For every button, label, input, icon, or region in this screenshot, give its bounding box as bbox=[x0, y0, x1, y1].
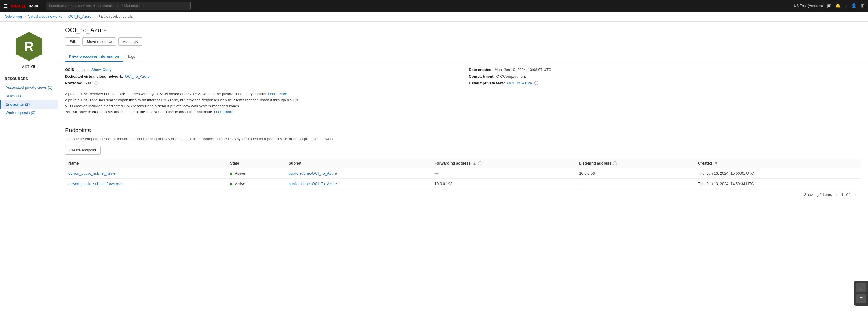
row2-listening-value: — bbox=[579, 182, 583, 186]
help-icon[interactable]: ? bbox=[845, 3, 847, 8]
resources-section-title: Resources bbox=[0, 74, 58, 83]
protected-value: Yes bbox=[85, 81, 91, 85]
tab-tags[interactable]: Tags bbox=[123, 52, 139, 61]
search-bar-container bbox=[45, 2, 191, 10]
next-page-button[interactable]: › bbox=[854, 192, 858, 197]
ocid-label: OCID: bbox=[65, 68, 76, 72]
row2-state-text: Active bbox=[235, 182, 245, 186]
col-state: State bbox=[226, 159, 285, 168]
float-list-button[interactable]: ☰ bbox=[857, 294, 866, 303]
region-selector[interactable]: US East (Ashburn) bbox=[794, 4, 823, 8]
bell-icon[interactable]: 🔔 bbox=[835, 3, 841, 8]
learn-more-1-link[interactable]: Learn more bbox=[268, 92, 287, 96]
page-label: 1 of 1 bbox=[841, 192, 851, 197]
sidebar-item-associated-private-views[interactable]: Associated private views (1) bbox=[0, 83, 58, 92]
sidebar-item-rules[interactable]: Rules (1) bbox=[0, 92, 58, 100]
breadcrumb-current: Private resolver details bbox=[97, 14, 132, 19]
breadcrumb-sep-1: » bbox=[24, 14, 26, 19]
tab-private-resolver-information[interactable]: Private resolver information bbox=[65, 52, 123, 61]
info-column-right: Date created: Mon, Jun 10, 2024, 13:08:0… bbox=[469, 68, 861, 88]
breadcrumb-sep-3: » bbox=[93, 14, 95, 19]
default-private-view-link[interactable]: OCI_To_Azure bbox=[507, 81, 532, 85]
desc3-text: VCN creation includes a dedicated DNS re… bbox=[65, 104, 240, 108]
protected-info-icon[interactable]: i bbox=[94, 81, 98, 85]
row1-state-text: Active bbox=[235, 171, 245, 176]
prev-page-button[interactable]: ‹ bbox=[835, 192, 838, 197]
date-created-label: Date created: bbox=[469, 68, 493, 72]
dedicated-vcn-link[interactable]: OCI_To_Azure bbox=[125, 74, 150, 79]
dedicated-vcn-row: Dedicated virtual cloud network: OCI_To_… bbox=[65, 74, 457, 79]
endpoints-section: Endpoints The private endpoints used for… bbox=[58, 121, 868, 206]
compartment-row: Compartment: OICCompartment bbox=[469, 74, 861, 79]
row2-forwarding: 10.0.0.198 bbox=[431, 179, 576, 189]
desc1-text: A private DNS resolver handles DNS queri… bbox=[65, 92, 267, 96]
row1-subnet: public subnet-OCI_To_Azure bbox=[285, 168, 431, 179]
nav-right: US East (Ashburn) ▣ 🔔 ? 👤 ⊞ bbox=[794, 3, 865, 8]
add-tags-button[interactable]: Add tags bbox=[118, 37, 142, 46]
row1-status-dot bbox=[230, 173, 232, 175]
top-navigation: ☰ ORACLE Cloud US East (Ashburn) ▣ 🔔 ? 👤… bbox=[0, 0, 868, 11]
search-input[interactable] bbox=[45, 2, 191, 10]
row1-forwarding-value: — bbox=[435, 171, 438, 176]
protected-label: Protected: bbox=[65, 81, 84, 85]
endpoints-description: The private endpoints used for forwardin… bbox=[65, 136, 861, 142]
forwarding-sort-icon: ▲ bbox=[473, 161, 477, 166]
row1-created: Thu, Jun 13, 2024, 15:00:01 UTC bbox=[694, 168, 861, 179]
create-endpoint-button[interactable]: Create endpoint bbox=[65, 146, 101, 155]
forwarding-info-icon[interactable]: i bbox=[478, 161, 482, 166]
profile-icon[interactable]: 👤 bbox=[851, 3, 857, 8]
breadcrumb-vcn[interactable]: Virtual cloud networks bbox=[28, 14, 62, 19]
table-row: ocivcn_public_subnet_listner Active publ… bbox=[65, 168, 861, 179]
ocid-value: ...zjttug bbox=[78, 68, 90, 72]
row1-listening: 10.0.0.58 bbox=[576, 168, 694, 179]
desc2-text: A private DNS zone has similar capabilit… bbox=[65, 98, 299, 102]
row2-state: Active bbox=[226, 179, 285, 189]
created-sort-icon: ▼ bbox=[714, 161, 718, 166]
row1-name-link[interactable]: ocivcn_public_subnet_listner bbox=[68, 171, 117, 176]
default-private-view-info-icon[interactable]: i bbox=[534, 81, 538, 85]
default-private-view-row: Default private view: OCI_To_Azure i bbox=[469, 81, 861, 85]
hex-icon: R bbox=[13, 30, 45, 62]
row2-name: ocivcn_public_subnet_forwarder bbox=[65, 179, 226, 189]
listening-info-icon[interactable]: i bbox=[613, 161, 617, 166]
breadcrumb: Networking » Virtual cloud networks » OC… bbox=[0, 11, 868, 22]
col-subnet: Subnet bbox=[285, 159, 431, 168]
sidebar: R ACTIVE Resources Associated private vi… bbox=[0, 22, 58, 329]
show-ocid-button[interactable]: Show bbox=[91, 68, 101, 72]
sidebar-status: ACTIVE bbox=[22, 65, 35, 68]
main-content: OCI_To_Azure Edit Move resource Add tags… bbox=[58, 22, 868, 329]
copy-ocid-button[interactable]: Copy bbox=[102, 68, 111, 72]
action-buttons: Edit Move resource Add tags bbox=[65, 37, 861, 46]
grid-icon[interactable]: ⊞ bbox=[861, 3, 865, 8]
compartment-label: Compartment: bbox=[469, 74, 495, 79]
float-grid-button[interactable]: ⊞ bbox=[857, 283, 866, 293]
edit-button[interactable]: Edit bbox=[65, 37, 80, 46]
sidebar-logo-area: R ACTIVE bbox=[0, 28, 58, 74]
col-forwarding-address[interactable]: Forwarding address ▲ i bbox=[431, 159, 576, 168]
showing-items-text: Showing 2 items bbox=[804, 192, 832, 197]
col-created: Created ▼ bbox=[694, 159, 861, 168]
hamburger-icon[interactable]: ☰ bbox=[3, 3, 7, 9]
row2-subnet-link[interactable]: public subnet-OCI_To_Azure bbox=[289, 182, 337, 186]
sidebar-item-work-requests[interactable]: Work requests (0) bbox=[0, 109, 58, 117]
info-grid: OCID: ...zjttug Show Copy Dedicated virt… bbox=[65, 68, 861, 88]
move-resource-button[interactable]: Move resource bbox=[83, 37, 116, 46]
row1-state: Active bbox=[226, 168, 285, 179]
floating-panel: ⊞ ☰ bbox=[854, 281, 868, 306]
learn-more-2-link[interactable]: Learn more bbox=[214, 110, 233, 114]
endpoints-table: Name State Subnet Forwarding address ▲ i… bbox=[65, 159, 861, 189]
row2-listening: — bbox=[576, 179, 694, 189]
dedicated-vcn-label: Dedicated virtual cloud network: bbox=[65, 74, 123, 79]
date-created-value: Mon, Jun 10, 2024, 13:08:07 UTC bbox=[494, 68, 551, 72]
row1-name: ocivcn_public_subnet_listner bbox=[65, 168, 226, 179]
compartment-value: OICCompartment bbox=[496, 74, 526, 79]
sidebar-item-endpoints[interactable]: Endpoints (2) bbox=[0, 100, 58, 109]
monitor-icon[interactable]: ▣ bbox=[827, 3, 831, 8]
row1-forwarding: — bbox=[431, 168, 576, 179]
breadcrumb-networking[interactable]: Networking bbox=[5, 14, 22, 19]
row1-subnet-link[interactable]: public subnet-OCI_To_Azure bbox=[289, 171, 337, 176]
row2-name-link[interactable]: ocivcn_public_subnet_forwarder bbox=[68, 182, 122, 186]
protected-row: Protected: Yes i bbox=[65, 81, 457, 85]
endpoints-title: Endpoints bbox=[65, 127, 861, 134]
breadcrumb-oci-azure[interactable]: OCI_To_Azure bbox=[68, 14, 91, 19]
